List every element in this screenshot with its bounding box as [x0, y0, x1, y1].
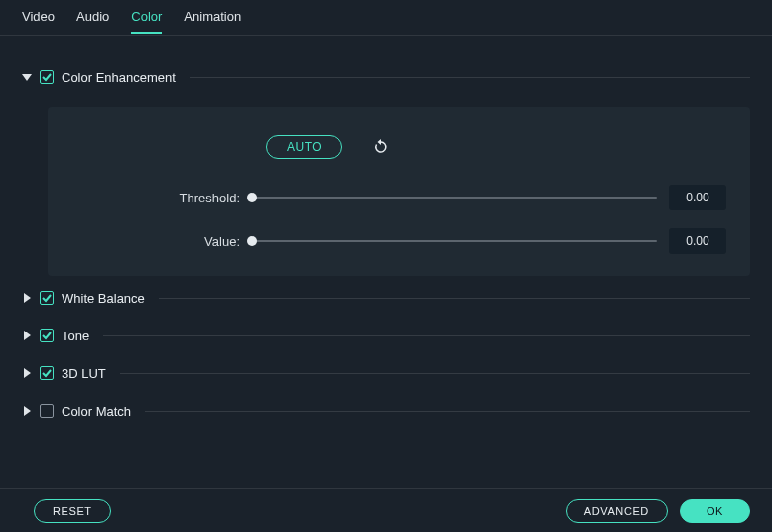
threshold-label: Threshold:: [71, 191, 240, 205]
tab-bar: Video Audio Color Animation: [0, 0, 772, 36]
svg-marker-3: [24, 331, 31, 340]
svg-marker-4: [24, 368, 31, 378]
chevron-right-icon: [22, 406, 32, 416]
checkbox-3d-lut[interactable]: [40, 366, 54, 380]
value-slider-thumb[interactable]: [247, 236, 257, 246]
section-title-tone: Tone: [62, 329, 89, 343]
color-panel: Color Enhancement AUTO Threshold: 0.00 V…: [0, 36, 772, 492]
svg-marker-5: [24, 406, 31, 416]
tab-audio[interactable]: Audio: [76, 9, 109, 34]
divider: [120, 373, 750, 374]
checkbox-white-balance[interactable]: [40, 291, 54, 305]
threshold-value-field[interactable]: 0.00: [669, 185, 726, 210]
section-color-enhancement-header[interactable]: Color Enhancement: [22, 62, 750, 93]
chevron-down-icon: [22, 72, 32, 82]
ok-button[interactable]: OK: [680, 499, 750, 523]
threshold-slider[interactable]: [252, 197, 657, 199]
section-title-color-match: Color Match: [62, 404, 131, 419]
reset-icon[interactable]: [372, 138, 390, 156]
section-color-match-header[interactable]: Color Match: [22, 395, 750, 427]
chevron-right-icon: [22, 331, 32, 340]
chevron-right-icon: [22, 293, 32, 303]
tab-color[interactable]: Color: [131, 9, 162, 34]
chevron-right-icon: [22, 368, 32, 378]
advanced-button[interactable]: ADVANCED: [566, 499, 668, 523]
section-title-color-enhancement: Color Enhancement: [62, 70, 176, 85]
divider: [159, 298, 750, 299]
svg-marker-1: [378, 139, 382, 145]
section-white-balance-header[interactable]: White Balance: [22, 282, 750, 314]
divider: [103, 335, 750, 336]
value-value-field[interactable]: 0.00: [669, 228, 726, 254]
value-label: Value:: [71, 234, 240, 249]
divider: [190, 77, 750, 78]
value-slider[interactable]: [252, 240, 657, 242]
checkbox-color-enhancement[interactable]: [40, 70, 54, 84]
footer-bar: RESET ADVANCED OK: [0, 488, 772, 532]
auto-button[interactable]: AUTO: [266, 135, 342, 159]
checkbox-tone[interactable]: [40, 329, 54, 342]
section-title-3d-lut: 3D LUT: [62, 366, 106, 381]
tab-animation[interactable]: Animation: [184, 9, 241, 34]
checkbox-color-match[interactable]: [40, 404, 54, 418]
svg-marker-2: [24, 293, 31, 303]
threshold-slider-thumb[interactable]: [247, 193, 257, 202]
reset-button[interactable]: RESET: [34, 499, 111, 523]
divider: [145, 411, 750, 412]
color-enhancement-panel: AUTO Threshold: 0.00 Value: 0.00: [48, 107, 750, 276]
section-title-white-balance: White Balance: [62, 291, 145, 306]
svg-marker-0: [22, 74, 32, 81]
section-3d-lut-header[interactable]: 3D LUT: [22, 357, 750, 389]
tab-video[interactable]: Video: [22, 9, 55, 34]
section-tone-header[interactable]: Tone: [22, 320, 750, 351]
